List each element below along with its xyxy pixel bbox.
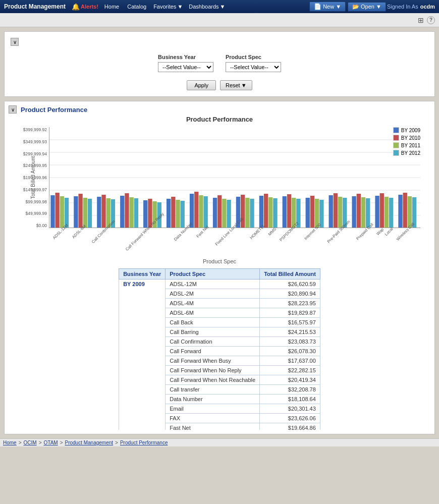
breadcrumb-ocim[interactable]: OCIM xyxy=(24,440,37,445)
chevron-down-icon: ▼ xyxy=(220,4,226,10)
nav-home[interactable]: Home xyxy=(100,2,123,12)
cell-product: Call Confirmation xyxy=(166,337,260,347)
product-spec-group: Product Spec --Select Value-- xyxy=(226,54,281,72)
signed-in-label: Signed In As xyxy=(387,4,418,10)
cell-amount: $18,108.64 xyxy=(260,395,320,404)
cell-product: Call Barring xyxy=(166,327,260,337)
folder-icon: 📂 xyxy=(352,4,359,10)
cell-amount: $17,637.00 xyxy=(260,356,320,366)
new-icon: 📄 xyxy=(314,3,321,10)
cell-product: ADSL-2M xyxy=(166,289,260,299)
data-table-container: Business Year Product Spec Total Billed … xyxy=(13,268,426,430)
svg-rect-9 xyxy=(60,196,64,228)
nav-favorites[interactable]: Favorites ▼ xyxy=(150,2,186,12)
cell-amount: $32,208.78 xyxy=(260,385,320,395)
cell-amount: $20,301.43 xyxy=(260,404,320,414)
cell-product: Data Number xyxy=(166,395,260,404)
svg-rect-15 xyxy=(97,197,101,228)
nav-catalog[interactable]: Catalog xyxy=(123,2,150,12)
cell-amount: $26,078.30 xyxy=(260,347,320,356)
svg-rect-30 xyxy=(181,201,185,228)
cell-amount: $26,620.59 xyxy=(260,279,320,289)
svg-rect-22 xyxy=(134,198,138,228)
cell-amount: $16,575.97 xyxy=(260,318,320,327)
cell-amount: $23,083.73 xyxy=(260,337,320,347)
breadcrumb-otam[interactable]: OTAM xyxy=(43,440,58,445)
alert-text[interactable]: Alerts! xyxy=(81,4,98,10)
app-title: Product Management xyxy=(4,3,66,10)
cell-amount: $19,664.86 xyxy=(260,423,320,430)
username: ocdm xyxy=(420,4,435,10)
cell-product: Call Back xyxy=(166,318,260,327)
settings-icon[interactable]: ⊞ xyxy=(418,16,424,24)
chevron-down-icon: ▼ xyxy=(336,4,341,10)
table-row: BY 2009ADSL-12M$26,620.59 xyxy=(119,279,320,289)
svg-rect-52 xyxy=(310,196,314,228)
cell-amount: $19,829.87 xyxy=(260,308,320,318)
svg-rect-38 xyxy=(227,200,231,228)
business-year-group: Business Year --Select Value-- xyxy=(158,54,213,72)
svg-rect-35 xyxy=(213,198,217,228)
cell-product: Call Forward When No Reply xyxy=(166,366,260,375)
svg-rect-42 xyxy=(250,199,254,228)
svg-rect-56 xyxy=(334,193,338,228)
svg-rect-32 xyxy=(194,192,198,228)
y-axis-label: Total Billed Amount xyxy=(30,156,36,199)
svg-rect-55 xyxy=(329,195,333,228)
legend-item-2009: BY 2009 xyxy=(393,127,420,133)
svg-rect-34 xyxy=(203,196,207,228)
chart-panel: ∨ Product Performance Product Performanc… xyxy=(4,101,435,434)
svg-rect-7 xyxy=(50,195,54,228)
collapse-filter-button[interactable]: ∨ xyxy=(11,38,19,46)
cell-amount: $20,890.94 xyxy=(260,289,320,299)
product-spec-select[interactable]: --Select Value-- xyxy=(226,62,281,72)
svg-rect-63 xyxy=(375,196,379,228)
collapse-chart-button[interactable]: ∨ xyxy=(9,105,17,114)
svg-rect-60 xyxy=(357,194,361,228)
svg-rect-12 xyxy=(78,194,82,228)
cell-amount: $24,215.53 xyxy=(260,327,320,337)
col-total-billed: Total Billed Amount xyxy=(260,269,320,279)
cell-year: BY 2009 xyxy=(119,279,166,430)
legend-item-2012: BY 2012 xyxy=(393,150,420,156)
cell-amount: $28,223.95 xyxy=(260,299,320,308)
chart-legend: BY 2009 BY 2010 BY 2011 BY 2012 xyxy=(393,127,420,156)
cell-product: Call transfer xyxy=(166,385,260,395)
breadcrumb-home[interactable]: Home xyxy=(3,440,17,445)
legend-item-2010: BY 2010 xyxy=(393,135,420,141)
new-button[interactable]: 📄 New ▼ xyxy=(309,2,346,12)
data-table: Business Year Product Spec Total Billed … xyxy=(119,268,320,430)
legend-item-2011: BY 2011 xyxy=(393,142,420,148)
business-year-select[interactable]: --Select Value-- xyxy=(158,62,213,72)
x-axis-title: Product Spec xyxy=(9,258,430,264)
svg-rect-45 xyxy=(268,197,272,228)
breadcrumb-product-mgmt[interactable]: Product Management xyxy=(65,440,113,445)
svg-rect-44 xyxy=(264,194,268,228)
svg-rect-16 xyxy=(101,195,105,228)
cell-product: Call Forward When Busy xyxy=(166,356,260,366)
chevron-down-icon: ▼ xyxy=(241,82,247,88)
open-button[interactable]: 📂 Open ▼ xyxy=(348,2,386,12)
filter-fields: Business Year --Select Value-- Product S… xyxy=(11,50,428,76)
svg-rect-67 xyxy=(398,195,402,228)
product-spec-label: Product Spec xyxy=(226,54,281,60)
help-icon[interactable]: ? xyxy=(427,16,435,24)
apply-button[interactable]: Apply xyxy=(187,80,216,90)
business-year-label: Business Year xyxy=(158,54,213,60)
svg-rect-36 xyxy=(217,195,222,228)
panel-title: Product Performance xyxy=(21,106,87,114)
svg-rect-65 xyxy=(385,197,389,228)
toolbar: ⊞ ? xyxy=(0,13,439,27)
breadcrumb-product-perf[interactable]: Product Performance xyxy=(120,440,168,445)
svg-rect-19 xyxy=(120,196,124,228)
filter-actions: Apply Reset ▼ xyxy=(11,80,428,90)
filter-panel-header: ∨ xyxy=(11,38,428,46)
cell-product: ADSL-6M xyxy=(166,308,260,318)
svg-rect-37 xyxy=(222,199,226,228)
chart-svg xyxy=(49,127,420,228)
svg-rect-57 xyxy=(338,197,342,228)
reset-button[interactable]: Reset ▼ xyxy=(220,80,252,90)
filter-panel: ∨ Business Year --Select Value-- Product… xyxy=(4,31,435,97)
svg-rect-8 xyxy=(55,193,59,228)
nav-dashboards[interactable]: Dashboards ▼ xyxy=(186,2,228,12)
